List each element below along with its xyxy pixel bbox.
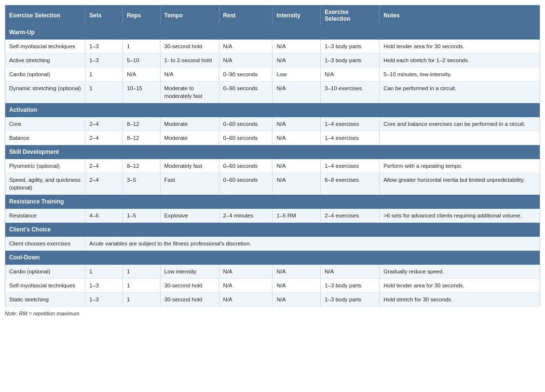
cell-intensity: N/A <box>272 53 321 67</box>
cell-notes: Core and balance exercises can be perfor… <box>380 117 540 131</box>
cell-sets: 1–3 <box>85 293 123 307</box>
cell-selection: 1–3 body parts <box>321 40 380 54</box>
cell-notes: Hold tender area for 30 seconds. <box>380 279 540 293</box>
cell-reps: 10–15 <box>123 81 160 103</box>
cell-selection: 2–4 exercises <box>321 209 380 223</box>
cell-exercise: Plyometric (optional) <box>5 159 85 173</box>
cell-exercise: Cardio (optional) <box>5 265 85 279</box>
cell-selection: 1–4 exercises <box>321 117 380 131</box>
cell-exercise: Self-myofascial techniques <box>5 40 85 54</box>
cell-rest: 0–90 seconds <box>219 81 272 103</box>
cell-rest: N/A <box>219 293 272 307</box>
table-row: Balance2–48–12Moderate0–60 secondsN/A1–4… <box>5 131 540 145</box>
cell-sets: 1 <box>85 265 123 279</box>
cell-exercise: Self-myofascial techniques <box>5 279 85 293</box>
table-row: Cardio (optional)11Low intensityN/AN/AN/… <box>5 265 540 279</box>
cell-sets: 2–4 <box>85 159 123 173</box>
cell-selection: N/A <box>321 67 380 81</box>
section-header-row: Resistance Training <box>5 195 540 209</box>
cell-tempo: 30-second hold <box>160 293 219 307</box>
cell-intensity: N/A <box>272 117 321 131</box>
cell-intensity: N/A <box>272 265 321 279</box>
table-row: Self-myofascial techniques1–3130-second … <box>5 279 540 293</box>
header-tempo: Tempo <box>160 5 219 26</box>
cell-intensity: N/A <box>272 159 321 173</box>
cell-reps: 8–12 <box>123 159 160 173</box>
cell-exercise: Core <box>5 117 85 131</box>
header-exercise: Exercise Selection <box>5 5 85 26</box>
cell-notes: 5–10 minutes, low-intensity. <box>380 67 540 81</box>
table-row: Dynamic stretching (optional)110–15Moder… <box>5 81 540 103</box>
section-header-row: Activation <box>5 103 540 117</box>
section-header-cell: Resistance Training <box>5 195 540 209</box>
cell-sets: 1–3 <box>85 53 123 67</box>
table-row: Plyometric (optional)2–48–12Moderately f… <box>5 159 540 173</box>
cell-intensity: Low <box>272 67 321 81</box>
footer-note: Note: RM = repetition maximum <box>5 311 540 316</box>
cell-tempo: 1- to 2-second hold <box>160 53 219 67</box>
cell-tempo: N/A <box>160 67 219 81</box>
cell-reps: 8–12 <box>123 117 160 131</box>
cell-rest: N/A <box>219 265 272 279</box>
cell-rest: 2–4 minutes <box>219 209 272 223</box>
cell-sets: 2–4 <box>85 173 123 195</box>
cell-tempo: Moderate to moderately fast <box>160 81 219 103</box>
section-header-row: Cool-Down <box>5 251 540 265</box>
cell-intensity: N/A <box>272 279 321 293</box>
cell-sets: 2–4 <box>85 117 123 131</box>
header-rest: Rest <box>219 5 272 26</box>
cell-rest: N/A <box>219 279 272 293</box>
cell-intensity: N/A <box>272 40 321 54</box>
cell-rest: 0–90 seconds <box>219 67 272 81</box>
table-row: Core2–48–12Moderate0–60 secondsN/A1–4 ex… <box>5 117 540 131</box>
cell-sets: 4–6 <box>85 209 123 223</box>
table-row: Static stretching1–3130-second holdN/AN/… <box>5 293 540 307</box>
cell-sets: 1 <box>85 67 123 81</box>
cell-sets: 1 <box>85 81 123 103</box>
section-header-row: Client's Choice <box>5 223 540 237</box>
cell-exercise: Cardio (optional) <box>5 67 85 81</box>
cell-tempo: 30-second hold <box>160 40 219 54</box>
cell-notes: Perform with a repeating tempo. <box>380 159 540 173</box>
cell-exercise: Speed, agility, and quickness (optional) <box>5 173 85 195</box>
cell-reps: 3–5 <box>123 173 160 195</box>
cell-exercise: Resistance <box>5 209 85 223</box>
cell-tempo: Fast <box>160 173 219 195</box>
cell-selection: 6–8 exercises <box>321 173 380 195</box>
cell-intensity: 1–5 RM <box>272 209 321 223</box>
cell-intensity: N/A <box>272 81 321 103</box>
table-row: Active stretching1–35–101- to 2-second h… <box>5 53 540 67</box>
cell-intensity: N/A <box>272 293 321 307</box>
cell-exercise: Active stretching <box>5 53 85 67</box>
cell-sets: 1–3 <box>85 40 123 54</box>
cell-selection: 1–3 body parts <box>321 53 380 67</box>
section-header-cell: Skill Development <box>5 145 540 159</box>
cell-reps: 1 <box>123 265 160 279</box>
header-notes: Notes <box>380 5 540 26</box>
client-choice-text: Client chooses exercises <box>5 237 85 251</box>
cell-selection: 1–4 exercises <box>321 131 380 145</box>
cell-rest: 0–60 seconds <box>219 173 272 195</box>
cell-tempo: Moderate <box>160 117 219 131</box>
cell-tempo: Explosive <box>160 209 219 223</box>
header-intensity: Intensity <box>272 5 321 26</box>
cell-selection: 1–3 body parts <box>321 293 380 307</box>
cell-reps: 1–5 <box>123 209 160 223</box>
section-header-cell: Warm-Up <box>5 26 540 40</box>
section-header-cell: Cool-Down <box>5 251 540 265</box>
section-header-row: Skill Development <box>5 145 540 159</box>
section-header-cell: Activation <box>5 103 540 117</box>
table-row: Cardio (optional)1N/AN/A0–90 secondsLowN… <box>5 67 540 81</box>
cell-notes: Hold each stretch for 1–2 seconds. <box>380 53 540 67</box>
cell-exercise: Balance <box>5 131 85 145</box>
table-row: Speed, agility, and quickness (optional)… <box>5 173 540 195</box>
table-row: Self-myofascial techniques1–3130-second … <box>5 40 540 54</box>
cell-notes: Allow greater horizontal inertia but lim… <box>380 173 540 195</box>
cell-rest: N/A <box>219 40 272 54</box>
cell-rest: N/A <box>219 53 272 67</box>
cell-selection: 1–3 body parts <box>321 279 380 293</box>
cell-intensity: N/A <box>272 131 321 145</box>
cell-notes: Hold stretch for 30 seconds. <box>380 293 540 307</box>
section-header-row: Warm-Up <box>5 26 540 40</box>
cell-notes <box>380 131 540 145</box>
